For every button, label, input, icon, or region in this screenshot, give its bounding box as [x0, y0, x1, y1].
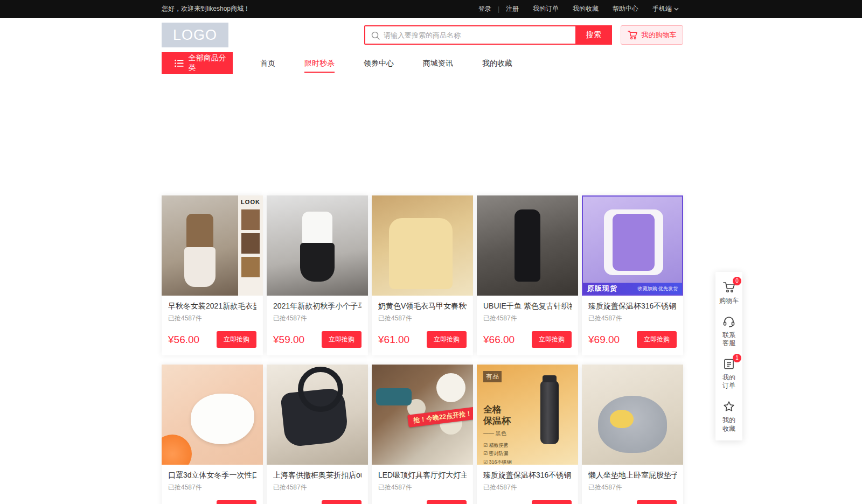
product-image [162, 365, 263, 465]
count-badge: 1 [733, 354, 741, 362]
buy-now-button[interactable]: 立即抢购 [217, 331, 256, 348]
float-service[interactable]: 联系 客服 [722, 315, 735, 348]
image-promo-text: 有品全格 保温杯—— 黑色精致便携密封防漏316不锈钢 [483, 371, 512, 465]
float-favorites[interactable]: 我的 收藏 [722, 400, 735, 433]
buy-now-button[interactable]: 立即抢购 [217, 500, 256, 504]
product-card[interactable]: 有品全格 保温杯—— 黑色精致便携密封防漏316不锈钢 臻质旋盖保温杯316不锈… [477, 365, 578, 504]
sidebar-item-label: 我的 收藏 [722, 416, 735, 433]
buy-now-button[interactable]: 立即抢购 [427, 500, 467, 504]
welcome-text: 您好，欢迎来到likeshop商城！ [162, 4, 250, 13]
product-card[interactable]: 原版现货收藏加购 优先发货 臻质旋盖保温杯316不锈钢内胆... 已抢4587件… [582, 195, 683, 355]
my-cart-button[interactable]: 我的购物车 [621, 25, 683, 45]
product-sold-count: 已抢4587件 [168, 483, 256, 492]
headset-icon [722, 315, 735, 328]
nav-item-link[interactable]: 领券中心 [349, 52, 408, 74]
topbar-link[interactable]: 我的订单 [533, 4, 559, 13]
nav-item-link[interactable]: 商城资讯 [408, 52, 468, 74]
product-card[interactable]: 懒人坐垫地上卧室屁股垫子办... 已抢4587件 ¥19.90 立即抢购 [582, 365, 683, 504]
topbar-separator: | [498, 5, 499, 13]
count-badge: 0 [733, 277, 741, 285]
product-title: UBUIE干鱼 紫色复古针织衫马... [483, 301, 572, 311]
cart-icon [628, 30, 638, 40]
product-title: 懒人坐垫地上卧室屁股垫子办... [588, 470, 677, 480]
product-price: ¥66.00 [483, 334, 515, 346]
promo-feature: 密封防漏 [483, 450, 512, 458]
search-button[interactable]: 搜索 [575, 25, 612, 45]
cart-icon: 0 [722, 281, 735, 293]
product-card[interactable]: 上海客供撤柜奥莱折扣店outlets 已抢4587件 ¥46.00 立即抢购 [267, 365, 368, 504]
product-sold-count: 已抢4587件 [483, 483, 572, 492]
buy-now-button[interactable]: 立即抢购 [322, 500, 362, 504]
banner-main-text: 原版现货 [587, 284, 617, 293]
product-price: ¥69.00 [588, 334, 620, 346]
product-card[interactable]: 抢！今晚22点开抢！ LED吸顶灯具客厅灯大灯主卧... 已抢4587件 ¥65… [372, 365, 473, 504]
promo-features: 精致便携密封防漏316不锈钢 [483, 442, 512, 465]
promo-feature: 316不锈钢 [483, 458, 512, 465]
float-cart[interactable]: 0购物车 [719, 281, 739, 305]
topbar-link-mobile[interactable]: 手机端 [652, 4, 679, 13]
buy-now-button[interactable]: 立即抢购 [532, 331, 572, 348]
search-box: 搜索 [364, 25, 612, 45]
product-card[interactable]: LOOK 早秋冬女装2021新款毛衣盐系... 已抢4587件 ¥56.00 立… [162, 195, 263, 355]
product-price: ¥56.00 [168, 334, 199, 346]
product-sold-count: 已抢4587件 [273, 314, 362, 323]
buy-now-button[interactable]: 立即抢购 [427, 331, 467, 348]
promo-brand-badge: 有品 [483, 371, 502, 382]
buy-now-button[interactable]: 立即抢购 [532, 500, 572, 504]
main-nav: 全部商品分类 首页限时秒杀领券中心商城资讯我的收藏 [162, 52, 700, 74]
product-image [267, 195, 368, 296]
site-logo[interactable]: LOGO [162, 23, 228, 47]
product-sold-count: 已抢4587件 [378, 483, 467, 492]
sidebar-item-label: 购物车 [719, 297, 739, 305]
all-categories-label: 全部商品分类 [189, 53, 233, 73]
product-image [582, 365, 683, 465]
product-grid: LOOK 早秋冬女装2021新款毛衣盐系... 已抢4587件 ¥56.00 立… [162, 195, 683, 504]
product-card[interactable]: UBUIE干鱼 紫色复古针织衫马... 已抢4587件 ¥66.00 立即抢购 [477, 195, 578, 355]
side-strip-thumbnails [241, 209, 260, 230]
product-title: 口罩3d立体女冬季一次性口罩 [168, 470, 256, 480]
search-input[interactable] [365, 26, 575, 44]
product-sold-count: 已抢4587件 [588, 314, 677, 323]
topbar: 您好，欢迎来到likeshop商城！ 登录|注册我的订单我的收藏帮助中心手机端 [0, 0, 862, 18]
promo-title: 全格 保温杯 [483, 404, 512, 427]
product-title: 臻质旋盖保温杯316不锈钢内胆... [588, 301, 677, 311]
product-image: LOOK [162, 195, 263, 296]
product-image: 原版现货收藏加购 优先发货 [582, 195, 683, 296]
site-header: LOGO 搜索 我的购物车 [0, 18, 862, 74]
product-sold-count: 已抢4587件 [168, 314, 256, 323]
buy-now-button[interactable]: 立即抢购 [322, 331, 362, 348]
buy-now-button[interactable]: 立即抢购 [637, 331, 677, 348]
product-title: 上海客供撤柜奥莱折扣店outlets [273, 470, 362, 480]
topbar-link[interactable]: 登录 [478, 4, 491, 13]
nav-item-link[interactable]: 首页 [246, 52, 290, 74]
all-categories-button[interactable]: 全部商品分类 [162, 52, 233, 74]
product-image [477, 195, 578, 296]
product-image [267, 365, 368, 465]
nav-items: 首页限时秒杀领券中心商城资讯我的收藏 [246, 52, 527, 74]
my-cart-label: 我的购物车 [642, 30, 677, 40]
product-title: 臻质旋盖保温杯316不锈钢内胆... [483, 470, 572, 480]
product-title: LED吸顶灯具客厅灯大灯主卧... [378, 470, 467, 480]
buy-now-button[interactable]: 立即抢购 [637, 500, 677, 504]
product-image: 有品全格 保温杯—— 黑色精致便携密封防漏316不锈钢 [477, 365, 578, 465]
topbar-link[interactable]: 我的收藏 [573, 4, 599, 13]
product-title: 2021年新款初秋季小个子马甲... [273, 301, 362, 311]
product-title: 早秋冬女装2021新款毛衣盐系... [168, 301, 256, 311]
order-icon: 1 [722, 358, 735, 370]
nav-item-link[interactable]: 我的收藏 [468, 52, 527, 74]
main-content: LOOK 早秋冬女装2021新款毛衣盐系... 已抢4587件 ¥56.00 立… [162, 74, 700, 504]
product-sold-count: 已抢4587件 [273, 483, 362, 492]
product-card[interactable]: 2021年新款初秋季小个子马甲... 已抢4587件 ¥59.00 立即抢购 [267, 195, 368, 355]
nav-item-active[interactable]: 限时秒杀 [290, 52, 349, 74]
product-card[interactable]: 奶黄色V领毛衣马甲女春秋慵懒... 已抢4587件 ¥61.00 立即抢购 [372, 195, 473, 355]
flash-sale-ribbon: 抢！今晚22点开抢！ [407, 407, 473, 428]
promo-feature: 精致便携 [483, 442, 512, 450]
float-orders[interactable]: 1我的 订单 [722, 358, 735, 390]
topbar-link[interactable]: 帮助中心 [613, 4, 638, 13]
promo-color-label: —— 黑色 [483, 430, 512, 437]
product-card[interactable]: 口罩3d立体女冬季一次性口罩 已抢4587件 ¥10.00 立即抢购 [162, 365, 263, 504]
topbar-links: 登录|注册我的订单我的收藏帮助中心手机端 [478, 4, 700, 13]
topbar-link[interactable]: 注册 [506, 4, 519, 13]
product-image: 抢！今晚22点开抢！ [372, 365, 473, 465]
product-sold-count: 已抢4587件 [378, 314, 467, 323]
